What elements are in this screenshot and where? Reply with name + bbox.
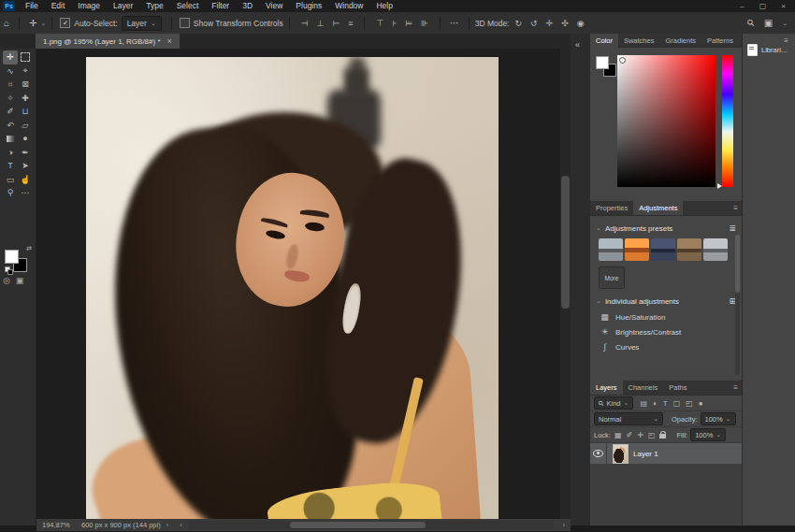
horizontal-scrollbar[interactable] — [188, 521, 554, 529]
tab-swatches[interactable]: Swatches — [618, 34, 660, 48]
canvas-photo[interactable] — [86, 57, 499, 519]
panel-scrollbar-thumb[interactable] — [735, 235, 740, 293]
path-selection-tool[interactable]: ➤ — [18, 159, 33, 173]
dodge-tool[interactable]: ◑ — [3, 146, 18, 160]
quick-mask-icon[interactable]: ◎ — [3, 276, 10, 285]
tab-layers[interactable]: Layers — [590, 381, 623, 395]
zoom-level[interactable]: 194.87% — [42, 521, 80, 529]
tab-color[interactable]: Color — [590, 34, 618, 48]
chevron-down-icon[interactable]: ⌄ — [596, 224, 601, 232]
blur-tool[interactable]: ● — [18, 132, 33, 146]
menu-type[interactable]: Type — [139, 0, 169, 12]
align-more-icon[interactable]: ≡ — [348, 19, 353, 28]
individual-adjustments-header[interactable]: ⌄ Individual adjustments ⊞ — [590, 289, 742, 309]
menu-select[interactable]: Select — [170, 0, 206, 12]
menu-edit[interactable]: Edit — [45, 0, 72, 12]
distribute-gap-icon[interactable]: ⊪ — [421, 19, 428, 28]
list-view-icon[interactable]: ≣ — [729, 223, 736, 233]
menu-image[interactable]: Image — [71, 0, 107, 12]
preset-thumbnail-2[interactable] — [625, 238, 649, 261]
eyedropper-tool[interactable]: ✧ — [3, 92, 18, 106]
filter-toggle-icon[interactable]: ● — [699, 399, 703, 408]
hand-tool[interactable]: ☝ — [18, 173, 33, 187]
menu-3d[interactable]: 3D — [236, 0, 259, 12]
collapse-panels-icon[interactable]: « — [575, 40, 580, 50]
brush-tool[interactable]: ✐ — [3, 105, 18, 119]
blend-mode-dropdown[interactable]: Normal ⌄ — [594, 412, 663, 425]
show-transform-checkbox[interactable] — [180, 18, 190, 28]
clone-stamp-tool[interactable]: ⊔ — [18, 105, 33, 119]
more-options-icon[interactable]: ⋯ — [446, 18, 463, 28]
tab-properties[interactable]: Properties — [590, 201, 633, 215]
close-button[interactable]: × — [781, 2, 786, 10]
3d-slide-icon[interactable]: ✣ — [561, 19, 569, 28]
chevron-down-icon[interactable]: ⌄ — [596, 297, 601, 305]
default-colors-icon[interactable] — [5, 266, 11, 273]
pen-tool[interactable]: ✒ — [18, 146, 33, 160]
type-layer-filter-icon[interactable]: T — [663, 399, 668, 408]
foreground-color-chip[interactable] — [596, 56, 609, 69]
visibility-cell[interactable] — [590, 443, 607, 464]
move-tool[interactable]: ✛ — [3, 50, 18, 65]
panel-menu-icon[interactable]: ≡ — [730, 201, 742, 215]
layer-filter-dropdown[interactable]: ⚲ Kind ⌄ — [594, 396, 633, 410]
libraries-tab[interactable]: Librari… — [747, 44, 788, 56]
3d-camera-icon[interactable]: ◉ — [577, 19, 585, 28]
distribute-bottom-icon[interactable]: ⊨ — [405, 19, 412, 28]
document-tab[interactable]: 1.png @ 195% (Layer 1, RGB/8#) * × — [36, 34, 180, 49]
rectangle-tool[interactable]: ▭ — [3, 173, 18, 187]
more-presets-button[interactable]: More — [599, 266, 625, 289]
3d-orbit-icon[interactable]: ↻ — [515, 19, 523, 28]
smart-object-filter-icon[interactable]: ◰ — [686, 399, 693, 408]
preset-thumbnail-4[interactable] — [677, 238, 701, 261]
lasso-tool[interactable]: ∿ — [3, 65, 18, 79]
screen-mode-icon[interactable]: ▣ — [16, 276, 24, 285]
align-left-icon[interactable]: ⊣ — [301, 19, 309, 28]
adjustment-hue-saturation[interactable]: ▦ Hue/Saturation — [590, 309, 742, 324]
3d-roll-icon[interactable]: ↺ — [530, 19, 538, 28]
menu-help[interactable]: Help — [369, 0, 398, 12]
workspace-switcher-icon[interactable]: ▣ — [764, 18, 773, 28]
lock-all-icon[interactable] — [659, 431, 666, 439]
hue-slider[interactable] — [722, 55, 733, 187]
lock-artboard-icon[interactable]: ◰ — [648, 431, 656, 439]
align-right-icon[interactable]: ⊢ — [332, 19, 340, 28]
fill-dropdown[interactable]: 100% ⌄ — [690, 428, 726, 441]
healing-brush-tool[interactable]: ✚ — [18, 92, 33, 106]
chevron-down-icon[interactable]: ⌄ — [782, 20, 788, 27]
crop-tool[interactable]: ⌗ — [3, 78, 18, 92]
tab-patterns[interactable]: Patterns — [701, 34, 739, 48]
lock-position-icon[interactable]: ✛ — [637, 431, 643, 439]
preset-thumbnail-5[interactable] — [703, 238, 728, 261]
marquee-tool[interactable] — [18, 50, 33, 65]
tab-adjustments[interactable]: Adjustments — [633, 201, 683, 215]
layer-name[interactable]: Layer 1 — [633, 450, 658, 458]
adjustment-layer-filter-icon[interactable]: ◐ — [653, 399, 658, 408]
close-tab-icon[interactable]: × — [167, 36, 172, 46]
eraser-tool[interactable]: ▱ — [18, 119, 33, 133]
menu-file[interactable]: File — [19, 0, 45, 12]
panel-scrollbar[interactable] — [735, 235, 740, 375]
status-chevron-icon[interactable]: › — [166, 521, 169, 529]
swap-colors-icon[interactable]: ⇄ — [26, 245, 32, 252]
tab-channels[interactable]: Channels — [623, 381, 664, 395]
move-tool-icon[interactable]: ✛ — [25, 18, 40, 28]
vertical-scrollbar[interactable] — [560, 49, 571, 519]
menu-view[interactable]: View — [259, 0, 289, 12]
search-icon[interactable]: ⚲ — [745, 17, 758, 29]
foreground-color-chip[interactable] — [5, 250, 19, 264]
3d-pan-icon[interactable]: ✛ — [546, 19, 554, 28]
menu-window[interactable]: Window — [328, 0, 369, 12]
adjustment-curves[interactable]: ∫ Curves — [590, 339, 742, 354]
gradient-tool[interactable] — [3, 132, 18, 146]
auto-select-checkbox[interactable]: ✓ — [60, 18, 70, 28]
color-picker-cursor[interactable] — [619, 57, 626, 64]
home-icon[interactable]: ⌂ — [0, 18, 13, 28]
scroll-right-icon[interactable]: › — [563, 521, 566, 529]
menu-filter[interactable]: Filter — [205, 0, 236, 12]
preset-thumbnail-1[interactable] — [599, 238, 623, 261]
maximize-button[interactable]: ▢ — [759, 2, 767, 10]
distribute-top-icon[interactable]: ⊤ — [376, 19, 383, 28]
menu-layer[interactable]: Layer — [107, 0, 139, 12]
opacity-dropdown[interactable]: 100% ⌄ — [701, 412, 736, 425]
